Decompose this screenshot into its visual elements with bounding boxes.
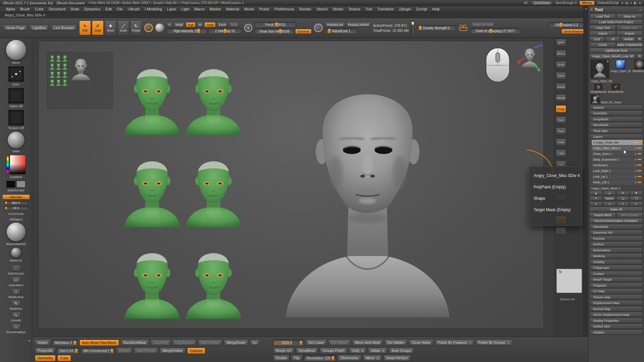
saturation-square[interactable]	[10, 155, 26, 174]
expression-thumb[interactable]	[62, 70, 68, 78]
bottom-button[interactable]: LazyRadius	[172, 340, 196, 346]
tool-section[interactable]: Masking	[590, 253, 643, 258]
menu-item[interactable]: Render	[297, 7, 314, 11]
gravity-strength-handle[interactable]	[419, 26, 422, 30]
tool-section[interactable]: Geometry HD	[590, 230, 643, 235]
bottom-button[interactable]: SDiv 4	[273, 340, 304, 346]
stroke-preview[interactable]	[8, 66, 24, 82]
menu-item[interactable]: I-Brush	[125, 7, 142, 11]
load-tools-from-project-button[interactable]: Load Tools From Project	[590, 19, 643, 24]
adjust-last-handle[interactable]	[328, 29, 331, 33]
rf-slider[interactable]: Rf 0	[4, 206, 28, 210]
popup-menu-item[interactable]: Shape	[529, 193, 582, 204]
dynamic-toggle[interactable]: Dynamic	[295, 29, 312, 34]
focal-shift-handle[interactable]	[275, 22, 278, 27]
replay-last-rel-button[interactable]: ReplayLastRel	[346, 22, 371, 27]
compass-icon[interactable]: S	[244, 24, 252, 32]
wireframe-head[interactable]	[183, 50, 244, 141]
menu-item[interactable]: Movie	[242, 7, 256, 11]
tool-section[interactable]: Polygroups	[590, 265, 643, 270]
bottom-button[interactable]: Smart ReSym	[383, 355, 411, 361]
tool-section[interactable]: UV Map	[590, 288, 643, 294]
layer-row[interactable]: Angry_Open_Mout 1 ●	[592, 145, 643, 151]
draw-size-handle[interactable]	[279, 29, 282, 34]
menu-item[interactable]: Help	[430, 7, 442, 11]
replay-last-button[interactable]: ReplayLast	[325, 22, 345, 27]
tool-section[interactable]: FiberMesh	[590, 224, 643, 229]
eraser-brush-icon[interactable]: ✐	[612, 84, 620, 90]
palette-tool-icon[interactable]: ◌	[12, 265, 20, 272]
menu-item[interactable]: Texture	[346, 7, 363, 11]
bottom-button[interactable]: Inflate	[368, 348, 387, 354]
right-shelf-button[interactable]: BPR	[556, 39, 566, 46]
bottom-button[interactable]: Flip	[291, 355, 302, 361]
copy-tool-button[interactable]: Copy Tool	[590, 25, 616, 30]
menu-item[interactable]: Stroke	[330, 7, 345, 11]
mode-button[interactable]: ✚ Move	[105, 20, 116, 35]
layer-eye-icon[interactable]: ●	[635, 164, 636, 166]
layer-edit-button[interactable]: Name	[603, 196, 616, 201]
deep-shadow-button[interactable]: DeepShadow	[561, 29, 585, 34]
gravity-strength-slider[interactable]: Gravity Strength 0	[417, 25, 456, 31]
bottom-button[interactable]: Del Higher	[328, 340, 351, 346]
basic-material-preview[interactable]	[7, 223, 25, 241]
menu-item[interactable]: Zscript	[414, 7, 429, 11]
tool-section[interactable]: Geometry	[590, 110, 643, 116]
menu-item[interactable]: I-Modeling	[142, 7, 164, 11]
layer-row[interactable]: Deep_Expression 1 ●	[592, 157, 643, 163]
expression-thumb[interactable]	[62, 78, 68, 86]
title-tray-icon[interactable]: ▤	[625, 1, 628, 5]
layer-move-button[interactable]: ▾	[616, 191, 629, 195]
simple-brush-icon[interactable]: S	[594, 84, 602, 90]
paint-mode-button[interactable]: A	[166, 22, 172, 27]
right-shelf-button[interactable]: Persp	[556, 105, 566, 113]
panel-divider[interactable]: ◄	[583, 6, 588, 362]
right-shelf-button[interactable]: Local	[556, 138, 566, 146]
expression-thumb[interactable]	[49, 54, 55, 62]
layer-misc-button[interactable]: ≡	[630, 201, 643, 206]
wireframe-head[interactable]	[122, 234, 182, 325]
tool-section[interactable]: Deformation	[590, 247, 643, 253]
right-shelf-button[interactable]: Fram	[556, 127, 566, 135]
bottom-button[interactable]: Morph UV	[273, 348, 294, 354]
panel-dock-icon[interactable]: ⌂	[640, 8, 642, 11]
goz-button[interactable]: GoZ	[590, 37, 605, 42]
alpha-brush-thumbnail[interactable]	[635, 60, 644, 69]
active-tool-r-button[interactable]: R	[637, 54, 643, 59]
mode-button[interactable]: ✎ Edit	[79, 20, 91, 35]
menus-toggle[interactable]: Menus	[579, 1, 595, 5]
default-zscript-button[interactable]: DefaultZScript	[597, 1, 619, 5]
layer-row[interactable]: Close_Eyes 1 ●	[592, 151, 643, 157]
mode-button[interactable]: ⤢ Scale	[117, 20, 129, 35]
tool-section[interactable]: Vector Displacement Map	[590, 312, 643, 317]
panel-menu-icon[interactable]: ≡	[591, 8, 593, 11]
bottom-button[interactable]: Geometry	[35, 355, 56, 361]
layer-eye-icon[interactable]: ●	[635, 147, 636, 149]
camera-axis-widget[interactable]	[515, 42, 543, 79]
bottom-button[interactable]: Uv	[250, 340, 260, 346]
layer-edit-button[interactable]: ❐	[630, 196, 643, 201]
tool-section[interactable]: Contact	[590, 271, 643, 276]
shelf-scroll-icon[interactable]: ◄	[28, 339, 31, 342]
menu-item[interactable]: Brush	[18, 7, 32, 11]
color-picker[interactable]	[6, 155, 26, 174]
bottom-button[interactable]: Split Hidden	[198, 340, 222, 346]
import-mdd-button[interactable]: Import MDD	[590, 213, 616, 218]
layer-eye-icon[interactable]: ●	[635, 141, 636, 143]
texture-preview[interactable]	[8, 110, 24, 125]
blur-slider[interactable]: Blur 0	[4, 201, 28, 205]
bottom-button[interactable]: Groups Polish	[320, 348, 347, 354]
title-tray-icon[interactable]: ●	[622, 1, 624, 5]
popup-menu-item[interactable]: PolyPaint (Empty)	[529, 181, 582, 193]
bottom-button[interactable]: Close Holes	[409, 340, 433, 346]
menu-item[interactable]: Macro	[192, 7, 207, 11]
bottom-button[interactable]: MergeVisible	[160, 348, 185, 354]
menu-item[interactable]: Preferences	[272, 7, 297, 11]
palette-tool-icon[interactable]: ▭	[12, 277, 20, 283]
active-tool-button[interactable]: Angry_Open_Mouth_Low. 50	[590, 54, 636, 59]
layer-misc-button[interactable]: ≡	[616, 201, 629, 206]
rgb-intensity-handle[interactable]	[197, 29, 200, 33]
live-boolean-button[interactable]: Live Boolean	[51, 25, 77, 31]
obj-shadow-slider[interactable]: ObjShadow 0.3	[548, 22, 585, 28]
layer-edit-button[interactable]: ✎	[590, 196, 602, 201]
